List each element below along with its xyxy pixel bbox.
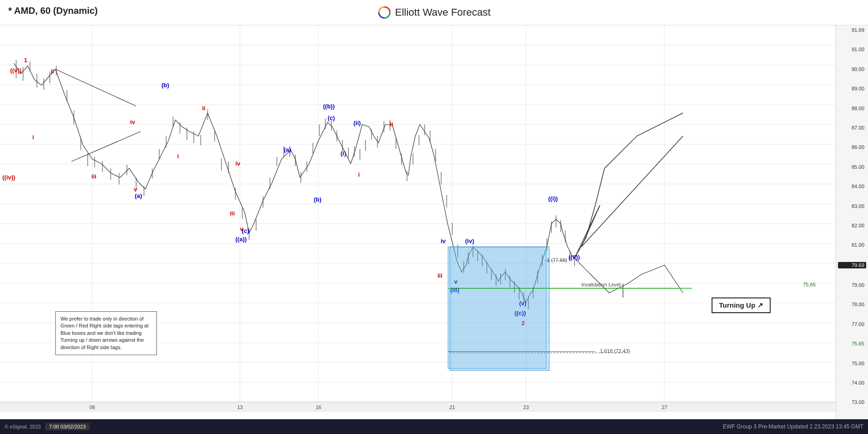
price-8900: 89.00 bbox=[838, 86, 866, 91]
wave-label-iv-b: iv bbox=[441, 238, 446, 244]
turning-up-label: Turning Up ↗ bbox=[719, 301, 763, 309]
wave-label-a-2: (a) bbox=[284, 146, 291, 153]
price-9169: 91.69 bbox=[838, 27, 866, 33]
wave-label-c-1: (c) bbox=[328, 114, 335, 121]
wave-label-ii-2: ii bbox=[202, 105, 205, 112]
bottom-right: EWF Group 3 Pre-Market Updated 2.23.2023… bbox=[723, 423, 863, 430]
price-8500: 85.00 bbox=[838, 164, 866, 170]
esignal-text: © eSignal, 2023 bbox=[5, 424, 41, 429]
bottom-time: 7:00 03/02/2023 bbox=[45, 423, 90, 430]
price-7969: 79.69 bbox=[838, 262, 866, 268]
date-16: 16 bbox=[316, 404, 321, 410]
wave-label-iv-r: iv bbox=[235, 160, 240, 167]
wave-label-v-1: v bbox=[134, 186, 137, 193]
price-7565: 75.65 bbox=[838, 341, 866, 346]
price-8300: 83.00 bbox=[838, 203, 866, 209]
price-8400: 84.00 bbox=[838, 184, 866, 189]
level-1-label: 1 (77.68) bbox=[547, 257, 567, 263]
price-7400: 74.00 bbox=[838, 380, 866, 386]
svg-line-28 bbox=[72, 131, 141, 161]
svg-line-33 bbox=[581, 205, 600, 247]
turning-up-box: Turning Up ↗ bbox=[712, 297, 771, 313]
logo-text: Elliott Wave Forecast bbox=[395, 6, 491, 18]
wave-label-iv-b2: (iv) bbox=[465, 238, 474, 244]
wave-label-i-2: i bbox=[177, 153, 179, 160]
wave-label-b-2: (b) bbox=[314, 196, 322, 203]
wave-label-i-3: i bbox=[358, 171, 360, 178]
wave-label-iv-2: ((iv)) bbox=[2, 174, 15, 181]
header: * AMD, 60 (Dynamic) Elliott Wave Forecas… bbox=[0, 0, 868, 25]
ewf-logo-icon bbox=[377, 6, 391, 19]
wave-label-i-b: (i) bbox=[341, 150, 346, 157]
price-8200: 82.00 bbox=[838, 223, 866, 228]
wave-label-ii-3: ii bbox=[390, 121, 393, 128]
bottom-bar: © eSignal, 2023 7:00 03/02/2023 EWF Grou… bbox=[0, 419, 868, 434]
date-27: 27 bbox=[662, 404, 667, 410]
price-9000: 90.00 bbox=[838, 66, 866, 72]
wave-label-1: 1 bbox=[24, 57, 27, 64]
wave-label-ii-b: (ii) bbox=[353, 119, 361, 126]
wave-label-vv: ((v)) bbox=[10, 67, 22, 74]
blue-box bbox=[448, 247, 547, 369]
chart-container: * AMD, 60 (Dynamic) Elliott Wave Forecas… bbox=[0, 0, 868, 434]
wave-label-b: (b) bbox=[162, 82, 169, 89]
date-13: 13 bbox=[237, 404, 243, 410]
logo-area: Elliott Wave Forecast bbox=[377, 6, 491, 19]
date-06: 06 bbox=[90, 404, 95, 410]
wave-label-iii-2: iii bbox=[230, 210, 235, 217]
chart-area: 1 ((v)) ii i iv iii v ii iii i ((iv)) i … bbox=[0, 25, 835, 427]
price-7900: 79.00 bbox=[838, 282, 866, 288]
fib-line bbox=[448, 351, 595, 352]
wave-label-bb: ((b)) bbox=[323, 103, 335, 110]
invalidation-line bbox=[448, 288, 678, 289]
price-9100: 91.00 bbox=[838, 47, 866, 52]
price-7565: 75.65 bbox=[803, 282, 816, 287]
price-8600: 86.00 bbox=[838, 144, 866, 150]
wave-label-i-1: i bbox=[32, 134, 34, 141]
wave-label-a-1: (a) bbox=[135, 192, 142, 199]
wave-label-iii-1: iii bbox=[91, 173, 96, 180]
fib-label: 1.618 (72.43) bbox=[600, 348, 630, 354]
wave-label-ii-bb: ((i)) bbox=[548, 195, 558, 202]
price-8800: 88.00 bbox=[838, 106, 866, 111]
price-7800: 78.00 bbox=[838, 302, 866, 307]
wave-label-ii-1: ii bbox=[51, 68, 54, 75]
invalidation-label: Invalidation Level bbox=[581, 282, 621, 287]
price-7500: 75.00 bbox=[838, 361, 866, 366]
date-21: 21 bbox=[449, 404, 455, 410]
info-box: We prefer to trade only in direction of … bbox=[55, 311, 157, 355]
price-axis: 91.69 91.00 90.00 89.00 88.00 87.00 86.0… bbox=[836, 25, 868, 427]
wave-label-iii-3: iii bbox=[437, 272, 443, 279]
price-8700: 87.00 bbox=[838, 125, 866, 131]
price-7300: 73.00 bbox=[838, 399, 866, 405]
svg-line-34 bbox=[581, 136, 683, 247]
wave-label-iv-1: iv bbox=[130, 119, 135, 125]
bottom-left: © eSignal, 2023 bbox=[5, 424, 41, 429]
chart-svg bbox=[0, 25, 835, 427]
price-7700: 77.00 bbox=[838, 321, 866, 327]
svg-line-27 bbox=[55, 69, 136, 106]
date-23: 23 bbox=[523, 404, 529, 410]
wave-label-ii-bbb: ((ii)) bbox=[569, 254, 580, 261]
wave-label-v-r: v bbox=[240, 226, 243, 232]
wave-label-aa: ((a)) bbox=[235, 236, 247, 243]
price-8100: 81.00 bbox=[838, 242, 866, 248]
info-box-text: We prefer to trade only in direction of … bbox=[60, 316, 149, 350]
date-bar: 06 13 16 21 23 27 bbox=[0, 402, 835, 412]
chart-title: * AMD, 60 (Dynamic) bbox=[8, 6, 98, 16]
